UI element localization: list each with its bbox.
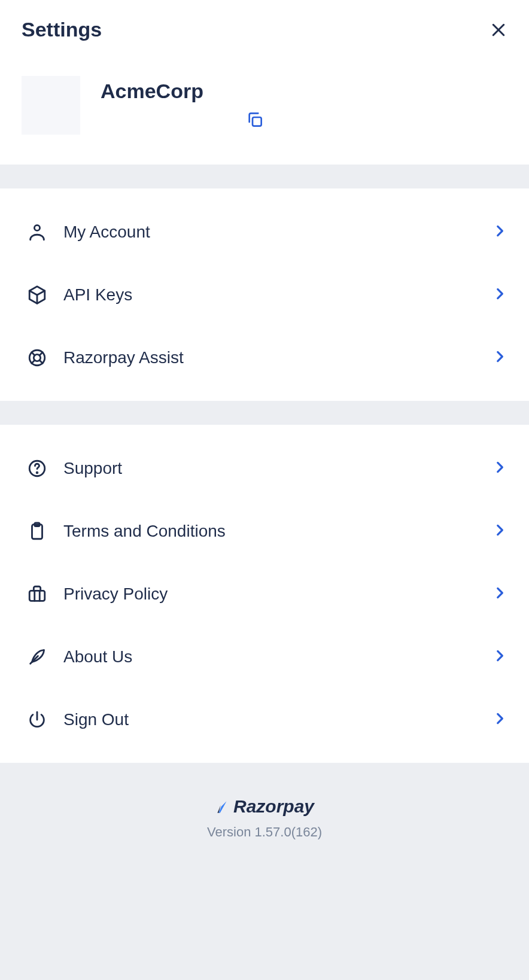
close-button[interactable] bbox=[490, 21, 507, 39]
chevron-right-icon bbox=[492, 223, 507, 241]
power-icon bbox=[26, 710, 48, 730]
row-label: Sign Out bbox=[63, 710, 476, 729]
briefcase-icon bbox=[26, 584, 48, 604]
svg-line-7 bbox=[39, 352, 42, 355]
user-icon bbox=[26, 222, 48, 242]
svg-line-9 bbox=[39, 360, 42, 363]
row-sign-out[interactable]: Sign Out bbox=[26, 688, 507, 751]
clipboard-icon bbox=[26, 521, 48, 541]
section-account: My Account API Keys bbox=[0, 188, 529, 401]
cube-icon bbox=[26, 285, 48, 305]
svg-rect-2 bbox=[253, 117, 262, 126]
divider bbox=[0, 165, 529, 188]
row-label: About Us bbox=[63, 647, 476, 666]
brand-mark-icon bbox=[215, 798, 230, 815]
svg-point-11 bbox=[37, 472, 38, 473]
footer: Razorpay Version 1.57.0(162) bbox=[0, 763, 529, 866]
brand-name: Razorpay bbox=[233, 796, 314, 817]
chevron-right-icon bbox=[492, 711, 507, 729]
chevron-right-icon bbox=[492, 648, 507, 666]
svg-rect-14 bbox=[29, 591, 45, 601]
row-label: My Account bbox=[63, 223, 476, 242]
section-general: Support Terms and Conditions Privacy Pol… bbox=[0, 425, 529, 763]
brand-logo: Razorpay bbox=[215, 796, 314, 817]
row-privacy[interactable]: Privacy Policy bbox=[26, 562, 507, 625]
row-razorpay-assist[interactable]: Razorpay Assist bbox=[26, 326, 507, 389]
row-label: Razorpay Assist bbox=[63, 348, 476, 367]
chevron-right-icon bbox=[492, 522, 507, 540]
chevron-right-icon bbox=[492, 286, 507, 304]
page-title: Settings bbox=[22, 18, 102, 41]
version-text: Version 1.57.0(162) bbox=[0, 824, 529, 840]
question-icon bbox=[26, 458, 48, 479]
divider bbox=[0, 401, 529, 425]
lifebuoy-icon bbox=[26, 348, 48, 368]
chevron-right-icon bbox=[492, 585, 507, 603]
svg-point-3 bbox=[34, 225, 39, 230]
close-icon bbox=[490, 21, 507, 39]
row-label: Privacy Policy bbox=[63, 585, 476, 604]
svg-line-8 bbox=[32, 360, 35, 363]
row-label: API Keys bbox=[63, 285, 476, 305]
row-about[interactable]: About Us bbox=[26, 625, 507, 688]
feather-icon bbox=[26, 647, 48, 667]
row-my-account[interactable]: My Account bbox=[26, 200, 507, 263]
row-support[interactable]: Support bbox=[26, 437, 507, 500]
chevron-right-icon bbox=[492, 459, 507, 477]
profile-section: AcmeCorp bbox=[0, 52, 529, 165]
row-label: Support bbox=[63, 459, 476, 478]
svg-line-6 bbox=[32, 352, 35, 355]
copy-icon bbox=[245, 110, 264, 129]
row-terms[interactable]: Terms and Conditions bbox=[26, 500, 507, 562]
copy-button[interactable] bbox=[245, 110, 264, 132]
header: Settings bbox=[0, 0, 529, 52]
business-name: AcmeCorp bbox=[101, 80, 264, 103]
profile-row: AcmeCorp bbox=[22, 76, 507, 135]
row-label: Terms and Conditions bbox=[63, 522, 476, 541]
chevron-right-icon bbox=[492, 349, 507, 367]
avatar bbox=[22, 76, 80, 135]
row-api-keys[interactable]: API Keys bbox=[26, 263, 507, 326]
